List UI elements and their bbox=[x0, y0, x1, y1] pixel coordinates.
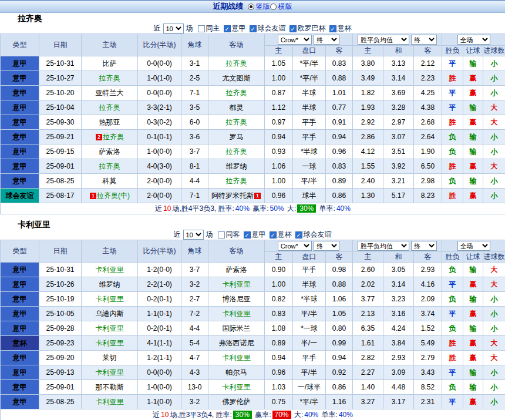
league-type[interactable]: 意甲 bbox=[1, 174, 39, 189]
away-team[interactable]: 卡利亚里 bbox=[208, 277, 265, 292]
match-score[interactable]: 1-0(0-0) bbox=[138, 145, 181, 159]
filter-球会友谊[interactable]: 球会友谊 bbox=[250, 23, 286, 33]
away-team[interactable]: 博洛尼亚 bbox=[208, 292, 265, 307]
home-team[interactable]: 卡利亚里 bbox=[82, 263, 138, 277]
league-type[interactable]: 意甲 bbox=[1, 115, 39, 130]
league-type[interactable]: 意甲 bbox=[1, 100, 39, 115]
scope-select[interactable]: 全场 bbox=[457, 35, 490, 45]
match-score[interactable]: 3-3(2-1) bbox=[138, 100, 181, 115]
filter-意杯[interactable]: 意杯 bbox=[329, 23, 352, 33]
league-type[interactable]: 意甲 bbox=[1, 351, 39, 365]
match-score[interactable]: 0-3(0-2) bbox=[138, 115, 181, 130]
home-team[interactable]: 拉齐奥 bbox=[82, 159, 138, 174]
match-score[interactable]: 1-1(0-0) bbox=[138, 395, 181, 409]
away-team[interactable]: 罗马 bbox=[208, 130, 265, 145]
match-score[interactable]: 1-2(1-1) bbox=[138, 351, 181, 365]
league-type[interactable]: 意甲 bbox=[1, 145, 39, 159]
match-score[interactable]: 1-0(1-0) bbox=[138, 71, 181, 86]
odds-final-select[interactable]: 终 bbox=[314, 241, 339, 251]
match-score[interactable]: 1-0(0-0) bbox=[138, 380, 181, 395]
away-team[interactable]: 卡利亚里 bbox=[208, 380, 265, 395]
match-count-select[interactable]: 10 bbox=[163, 23, 184, 33]
match-score[interactable]: 4-0(3-0) bbox=[138, 159, 181, 174]
match-score[interactable]: 0-0(0-0) bbox=[138, 86, 181, 100]
home-team[interactable]: 科莫 bbox=[82, 174, 138, 189]
league-type[interactable]: 意甲 bbox=[1, 86, 39, 100]
match-score[interactable]: 0-2(0-1) bbox=[138, 321, 181, 336]
home-team[interactable]: 卡利亚里 bbox=[82, 321, 138, 336]
avg-final-select[interactable]: 终 bbox=[411, 35, 437, 45]
league-type[interactable]: 意甲 bbox=[1, 277, 39, 292]
home-team[interactable]: 热那亚 bbox=[82, 115, 138, 130]
odds-final-select[interactable]: 终 bbox=[314, 35, 339, 45]
filter-同客[interactable]: 同客 bbox=[218, 230, 240, 240]
away-team[interactable]: 萨索洛 bbox=[208, 263, 265, 277]
away-team[interactable]: 国际米兰 bbox=[208, 321, 265, 336]
home-team[interactable]: 那不勒斯 bbox=[82, 380, 138, 395]
home-team[interactable]: 2拉齐奥 bbox=[82, 130, 138, 145]
match-score[interactable]: 4-1(1-1) bbox=[138, 336, 181, 351]
away-team[interactable]: 佛罗伦萨 bbox=[208, 395, 265, 409]
avg-final-select[interactable]: 终 bbox=[411, 241, 437, 251]
match-score[interactable]: 2-0(0-0) bbox=[138, 189, 181, 203]
league-type[interactable]: 球会友谊 bbox=[1, 189, 39, 203]
odds-company-select[interactable]: Crow* bbox=[278, 241, 312, 251]
league-type[interactable]: 意甲 bbox=[1, 263, 39, 277]
filter-球会友谊[interactable]: 球会友谊 bbox=[295, 230, 332, 240]
away-team[interactable]: 拉齐奥 bbox=[208, 174, 265, 189]
filter-欧罗巴杯[interactable]: 欧罗巴杯 bbox=[289, 23, 326, 33]
match-score[interactable]: 1-2(0-0) bbox=[138, 263, 181, 277]
league-type[interactable]: 意甲 bbox=[1, 71, 39, 86]
match-score[interactable]: 0-0(0-0) bbox=[138, 56, 181, 71]
home-team[interactable]: 亚特兰大 bbox=[82, 86, 138, 100]
home-team[interactable]: 萨索洛 bbox=[82, 145, 138, 159]
filter-意甲[interactable]: 意甲 bbox=[244, 230, 266, 240]
home-team[interactable]: 拉齐奥 bbox=[82, 71, 138, 86]
away-team[interactable]: 阿特罗米托斯1 bbox=[208, 189, 265, 203]
league-type[interactable]: 意甲 bbox=[1, 321, 39, 336]
home-team[interactable]: 卡利亚里 bbox=[82, 365, 138, 380]
away-team[interactable]: 卡利亚里 bbox=[208, 351, 265, 365]
league-type[interactable]: 意杯 bbox=[1, 336, 39, 351]
scope-select[interactable]: 全场 bbox=[457, 241, 490, 251]
home-team[interactable]: 比萨 bbox=[82, 56, 138, 71]
home-team[interactable]: 乌迪内斯 bbox=[82, 307, 138, 321]
odds-company-select[interactable]: Crow* bbox=[278, 35, 312, 45]
league-type[interactable]: 意甲 bbox=[1, 159, 39, 174]
league-type[interactable]: 意甲 bbox=[1, 56, 39, 71]
league-type[interactable]: 意甲 bbox=[1, 380, 39, 395]
league-type[interactable]: 意甲 bbox=[1, 365, 39, 380]
home-team[interactable]: 1拉齐奥(中) bbox=[82, 189, 138, 203]
view-option-0[interactable]: 竖版 bbox=[248, 2, 270, 12]
home-team[interactable]: 卡利亚里 bbox=[82, 395, 138, 409]
away-team[interactable]: 卡利亚里 bbox=[208, 307, 265, 321]
match-score[interactable]: 0-2(0-1) bbox=[138, 292, 181, 307]
filter-意杯[interactable]: 意杯 bbox=[270, 230, 292, 240]
match-score[interactable]: 2-0(0-0) bbox=[138, 174, 181, 189]
away-team[interactable]: 弗洛西诺尼 bbox=[208, 336, 265, 351]
filter-意甲[interactable]: 意甲 bbox=[224, 23, 246, 33]
away-team[interactable]: 帕尔马 bbox=[208, 365, 265, 380]
away-team[interactable]: 尤文图斯 bbox=[208, 71, 265, 86]
avg-metric-select[interactable]: 胜平负均值 bbox=[358, 241, 409, 251]
match-score[interactable]: 2-2(1-0) bbox=[138, 277, 181, 292]
league-type[interactable]: 意甲 bbox=[1, 130, 39, 145]
filter-同主[interactable]: 同主 bbox=[198, 23, 220, 33]
home-team[interactable]: 维罗纳 bbox=[82, 277, 138, 292]
match-score[interactable]: 0-0(0-0) bbox=[138, 365, 181, 380]
away-team[interactable]: 维罗纳 bbox=[208, 159, 265, 174]
league-type[interactable]: 意甲 bbox=[1, 292, 39, 307]
away-team[interactable]: 拉齐奥 bbox=[208, 115, 265, 130]
avg-metric-select[interactable]: 胜平负均值 bbox=[358, 35, 409, 45]
match-score[interactable]: 0-1(0-1) bbox=[138, 130, 181, 145]
league-type[interactable]: 意甲 bbox=[1, 395, 39, 409]
home-team[interactable]: 卡利亚里 bbox=[82, 292, 138, 307]
away-team[interactable]: 都灵 bbox=[208, 100, 265, 115]
match-count-select[interactable]: 10 bbox=[183, 230, 204, 240]
away-team[interactable]: 拉齐奥 bbox=[208, 145, 265, 159]
view-option-1[interactable]: 横版 bbox=[270, 2, 292, 12]
match-score[interactable]: 1-1(0-1) bbox=[138, 307, 181, 321]
away-team[interactable]: 拉齐奥 bbox=[208, 56, 265, 71]
home-team[interactable]: 莱切 bbox=[82, 351, 138, 365]
home-team[interactable]: 卡利亚里 bbox=[82, 336, 138, 351]
